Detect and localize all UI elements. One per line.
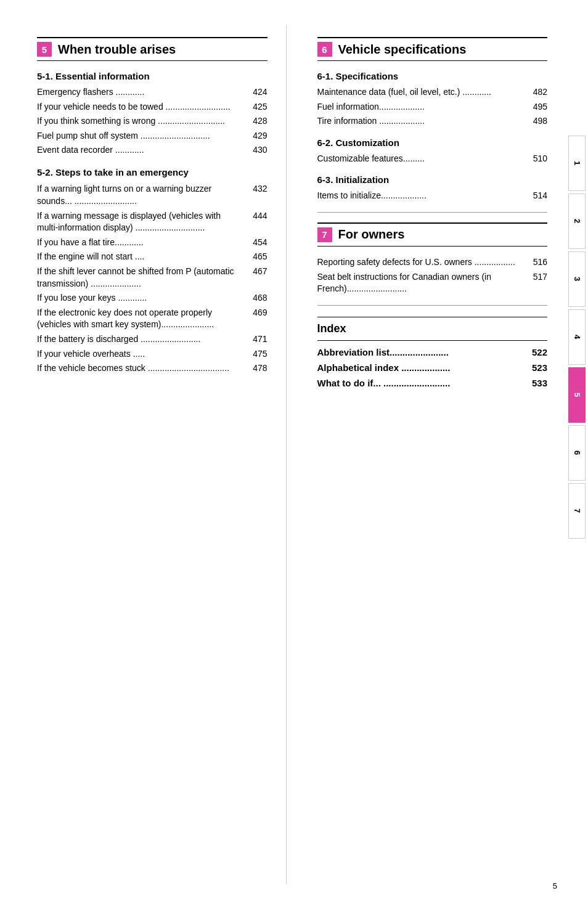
toc-item-text: Customizable features......... (317, 153, 529, 165)
toc-item-text: If the engine will not start .... (37, 251, 249, 263)
section7-number: 7 (317, 227, 332, 242)
subsection-6-3: 6-3. Initialization Items to initialize.… (317, 174, 548, 202)
toc-item: Fuel information................... 495 (317, 101, 548, 113)
index-item: What to do if... .......................… (317, 378, 548, 388)
toc-item-text: If the electronic key does not operate p… (37, 307, 249, 331)
toc-item-page: 444 (249, 210, 267, 234)
subsection-6-1: 6-1. Specifications Maintenance data (fu… (317, 71, 548, 128)
sidebar-tab-1[interactable]: 1 (568, 136, 586, 191)
toc-item: Fuel pump shut off system ..............… (37, 130, 267, 142)
toc-item-text: Event data recorder ............ (37, 144, 249, 157)
section6-title: Vehicle specifications (338, 43, 467, 57)
index-item: Alphabetical index ................... 5… (317, 362, 548, 373)
section-divider (317, 212, 548, 213)
sidebar-tab-3[interactable]: 3 (568, 251, 586, 307)
subsection-5-2: 5-2. Steps to take in an emergency If a … (37, 166, 267, 375)
section5-number: 5 (37, 42, 52, 57)
toc-item: If a warning message is displayed (vehic… (37, 210, 267, 234)
toc-item: Emergency flashers ............ 424 (37, 86, 267, 99)
section7-header: 7 For owners (317, 222, 548, 247)
toc-item-page: 432 (249, 183, 267, 207)
subsection-6-2: 6-2. Customization Customizable features… (317, 137, 548, 165)
toc-item: If you have a flat tire............ 454 (37, 237, 267, 249)
section5-title: When trouble arises (58, 43, 176, 57)
toc-item-page: 475 (249, 348, 267, 361)
toc-item-page: 429 (249, 130, 267, 142)
toc-item: Items to initialize................... 5… (317, 190, 548, 202)
toc-item-page: 424 (249, 86, 267, 99)
subsection-5-2-title: 5-2. Steps to take in an emergency (37, 166, 267, 179)
toc-item-page: 471 (249, 333, 267, 346)
sidebar-tab-6[interactable]: 6 (568, 425, 586, 481)
toc-item-text: Fuel information................... (317, 101, 529, 113)
index-item: Abbreviation list.......................… (317, 347, 548, 357)
toc-item-text: If you lose your keys ............ (37, 292, 249, 304)
toc-item: Event data recorder ............ 430 (37, 144, 267, 157)
section7-items: Reporting safety defects for U.S. owners… (317, 256, 548, 295)
toc-item-page: 478 (249, 362, 267, 375)
toc-item-text: Tire information ................... (317, 115, 529, 128)
toc-item-text: Fuel pump shut off system ..............… (37, 130, 249, 142)
toc-item-page: 465 (249, 251, 267, 263)
toc-item-text: Seat belt instructions for Canadian owne… (317, 271, 529, 295)
toc-item-text: If the shift lever cannot be shifted fro… (37, 266, 249, 290)
toc-item-page: 516 (529, 256, 547, 269)
index-item-text: What to do if... .......................… (317, 378, 451, 388)
toc-item-page: 430 (249, 144, 267, 157)
toc-item: If the vehicle becomes stuck ...........… (37, 362, 267, 375)
toc-item: Seat belt instructions for Canadian owne… (317, 271, 548, 295)
toc-item: If a warning light turns on or a warning… (37, 183, 267, 207)
sidebar-tab-5[interactable]: 5 (568, 367, 586, 423)
toc-item: If you think something is wrong ........… (37, 115, 267, 128)
toc-item: If your vehicle needs to be towed ......… (37, 101, 267, 113)
toc-item-text: Reporting safety defects for U.S. owners… (317, 256, 529, 269)
toc-item-page: 468 (249, 292, 267, 304)
sidebar-tab-4[interactable]: 4 (568, 309, 586, 365)
toc-item-text: If a warning message is displayed (vehic… (37, 210, 249, 234)
toc-item-page: 425 (249, 101, 267, 113)
toc-item-page: 467 (249, 266, 267, 290)
toc-item-page: 469 (249, 307, 267, 331)
subsection-6-1-title: 6-1. Specifications (317, 71, 548, 81)
index-title: Index (317, 322, 346, 335)
right-column: 6 Vehicle specifications 6-1. Specificat… (287, 25, 566, 884)
index-item-text: Abbreviation list....................... (317, 347, 449, 357)
subsection-6-3-title: 6-3. Initialization (317, 174, 548, 185)
sidebar-tab-2[interactable]: 2 (568, 194, 586, 249)
section7-title: For owners (338, 227, 405, 242)
toc-item: Reporting safety defects for U.S. owners… (317, 256, 548, 269)
toc-item-page: 454 (249, 237, 267, 249)
toc-item-text: Emergency flashers ............ (37, 86, 249, 99)
toc-item: If your vehicle overheats ..... 475 (37, 348, 267, 361)
index-item-text: Alphabetical index ................... (317, 362, 451, 373)
toc-item-page: 495 (529, 101, 547, 113)
sidebar: 1 2 3 4 5 6 7 (566, 25, 588, 884)
section6-header: 6 Vehicle specifications (317, 37, 548, 61)
subsection-6-2-title: 6-2. Customization (317, 137, 548, 148)
index-item-page: 522 (532, 347, 547, 357)
toc-item: Customizable features......... 510 (317, 153, 548, 165)
toc-item-page: 498 (529, 115, 547, 128)
toc-item-text: If your vehicle overheats ..... (37, 348, 249, 361)
toc-item: If the engine will not start .... 465 (37, 251, 267, 263)
section5-header: 5 When trouble arises (37, 37, 267, 61)
subsection-5-1-title: 5-1. Essential information (37, 71, 267, 81)
sidebar-tab-7[interactable]: 7 (568, 483, 586, 539)
toc-item: If the electronic key does not operate p… (37, 307, 267, 331)
toc-item: If you lose your keys ............ 468 (37, 292, 267, 304)
section-divider (317, 305, 548, 306)
left-column: 5 When trouble arises 5-1. Essential inf… (0, 25, 287, 884)
toc-item: If the battery is discharged ...........… (37, 333, 267, 346)
toc-item: If the shift lever cannot be shifted fro… (37, 266, 267, 290)
section6-number: 6 (317, 42, 332, 57)
toc-item-text: If your vehicle needs to be towed ......… (37, 101, 249, 113)
index-items: Abbreviation list.......................… (317, 347, 548, 388)
toc-item-text: If a warning light turns on or a warning… (37, 183, 249, 207)
toc-item-page: 510 (529, 153, 547, 165)
toc-item-text: If you think something is wrong ........… (37, 115, 249, 128)
index-section: Index (317, 317, 548, 341)
toc-item-page: 482 (529, 86, 547, 99)
index-item-page: 533 (532, 378, 547, 388)
index-item-page: 523 (532, 362, 547, 373)
toc-item-text: Items to initialize................... (317, 190, 529, 202)
